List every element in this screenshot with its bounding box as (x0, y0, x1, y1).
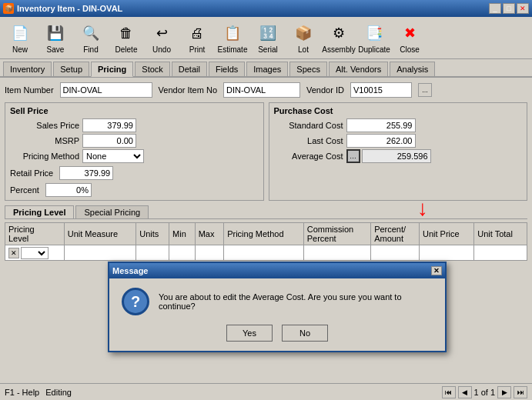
dialog-close-button[interactable]: ✕ (431, 266, 442, 275)
dialog-title-bar: Message ✕ (109, 263, 445, 278)
dialog-body: ? You are about to edit the Average Cost… (109, 278, 445, 325)
dialog-yes-button[interactable]: Yes (226, 325, 273, 342)
dialog-title: Message (112, 266, 148, 275)
message-dialog: Message ✕ ? You are about to edit the Av… (108, 262, 447, 352)
dialog-message-text: You are about to edit the Average Cost. … (159, 292, 433, 311)
dialog-buttons: Yes No (109, 325, 445, 351)
dialog-no-button[interactable]: No (282, 325, 328, 342)
dialog-question-icon: ? (122, 288, 149, 315)
dialog-overlay: Message ✕ ? You are about to edit the Av… (0, 0, 532, 400)
